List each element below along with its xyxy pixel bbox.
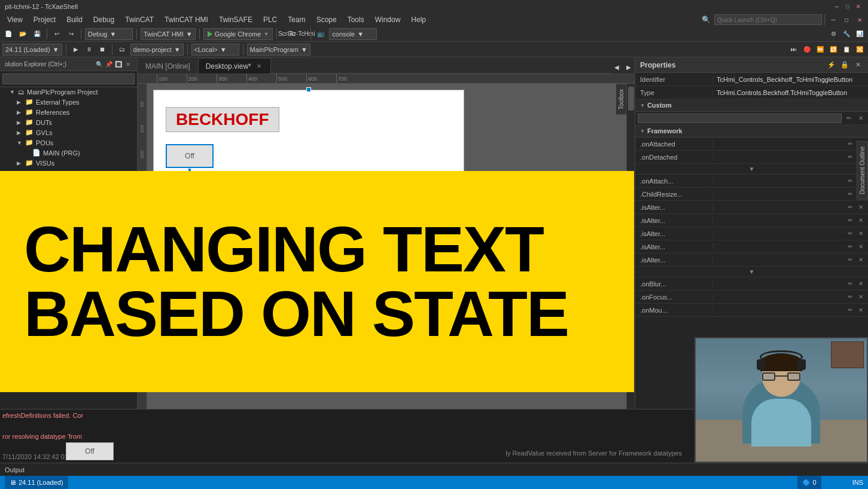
tree-item-main[interactable]: ▶ 📄 MAIN (PRG) (0, 148, 137, 158)
more-3-clear[interactable]: ✕ (856, 305, 866, 315)
more-2-edit[interactable]: ✏ (845, 292, 855, 302)
sidebar-pin-btn[interactable]: 📌 (105, 60, 113, 68)
access-1-edit[interactable]: ✏ (845, 176, 855, 186)
section-custom[interactable]: Custom (635, 99, 868, 112)
custom-edit-btn[interactable]: ✏ (844, 114, 854, 123)
close-ide-button[interactable]: ✕ (854, 14, 866, 26)
access-7-edit[interactable]: ✏ (845, 255, 855, 265)
custom-clear-btn[interactable]: ✕ (856, 114, 866, 123)
menu-view[interactable]: View (2, 14, 28, 25)
menu-twinsafe[interactable]: TwinSAFE (214, 14, 257, 25)
toolbar-extra-2[interactable]: 🔧 (840, 28, 852, 40)
tree-item-duts[interactable]: ▶ 📁 DUTs (0, 117, 137, 127)
access-3-edit[interactable]: ✏ (845, 203, 855, 212)
tab-desktop-view[interactable]: Desktop.view* ✕ (198, 58, 271, 74)
tree-item-pous[interactable]: ▼ 📁 POUs (0, 137, 137, 148)
toolbar2-btn-3[interactable]: ⏹ (96, 44, 108, 56)
config-dropdown[interactable]: Debug ▼ (85, 28, 133, 40)
access-5-clear[interactable]: ✕ (856, 229, 866, 239)
menu-scope[interactable]: Scope (312, 14, 342, 25)
access-4-clear[interactable]: ✕ (856, 216, 866, 225)
custom-search-input[interactable] (638, 114, 842, 123)
save-button[interactable]: 💾 (31, 28, 43, 40)
glasses-bridge (775, 375, 787, 377)
project-version-dropdown[interactable]: 24.11 (Loaded) ▼ (2, 44, 62, 56)
section-expand-more-2[interactable]: ▼ (635, 267, 868, 277)
close-button[interactable]: ✕ (854, 2, 863, 11)
toolbar2-right-2[interactable]: 🔴 (801, 44, 813, 56)
toolbar2-right-3[interactable]: ⏩ (814, 44, 826, 56)
toolbar-extra-3[interactable]: 📊 (854, 28, 866, 40)
access-6-edit[interactable]: ✏ (845, 242, 855, 252)
access-2-edit[interactable]: ✏ (845, 190, 855, 199)
prop-row-onattached: .onAttached ✏ ✕ (635, 137, 868, 151)
sidebar-search-btn[interactable]: 🔍 (95, 60, 103, 68)
sidebar-expand-btn[interactable]: 🔳 (114, 60, 123, 68)
menu-build[interactable]: Build (62, 14, 87, 25)
menu-window[interactable]: Window (370, 14, 406, 25)
demo-project-dropdown[interactable]: demo-project ▼ (130, 44, 184, 56)
open-file-button[interactable]: 📂 (17, 28, 29, 40)
maximize-button[interactable]: □ (843, 2, 852, 11)
menu-team[interactable]: Team (283, 14, 310, 25)
tree-item-mainplcprogram[interactable]: ▼ 🗂 MainPlcProgram Project (0, 87, 137, 97)
more-3-edit[interactable]: ✏ (845, 305, 855, 315)
scr-tchmi-button[interactable]: Scr-TcHmi (295, 28, 307, 40)
new-file-button[interactable]: 📄 (2, 28, 14, 40)
access-5-edit[interactable]: ✏ (845, 229, 855, 239)
redo-button[interactable]: ↪ (65, 28, 77, 40)
toggle-widget[interactable]: Off (166, 144, 214, 168)
tab-main-online[interactable]: MAIN [Online] (138, 58, 198, 74)
tree-item-external-types[interactable]: ▶ 📁 External Types (0, 97, 137, 107)
maximize-ide-button[interactable]: □ (840, 14, 852, 26)
minimize-ide-button[interactable]: ─ (827, 14, 839, 26)
tab-desktop-view-close[interactable]: ✕ (255, 62, 263, 71)
access-6-clear[interactable]: ✕ (856, 242, 866, 252)
rp-close[interactable]: ✕ (852, 60, 863, 71)
menu-twincat-hmi[interactable]: TwinCAT HMI (160, 14, 213, 25)
main-plc-dropdown[interactable]: MainPlcProgram ▼ (247, 44, 310, 56)
toolbox-side-tab[interactable]: Toolbox (616, 84, 626, 114)
minimize-button[interactable]: ─ (832, 2, 842, 11)
console-dropdown[interactable]: console ▼ (329, 28, 377, 40)
rp-icon-lock[interactable]: 🔒 (839, 60, 850, 71)
run-button[interactable]: Google Chrome ▼ (203, 28, 273, 40)
toolbar2-btn-1[interactable]: ▶ (70, 44, 82, 56)
section-framework[interactable]: Framework (635, 125, 868, 137)
menu-plc[interactable]: PLC (258, 14, 282, 25)
onattached-edit[interactable]: ✏ (845, 139, 855, 149)
access-7-clear[interactable]: ✕ (856, 255, 866, 265)
local-dropdown[interactable]: <Local> ▼ (191, 44, 239, 56)
document-outline-tab[interactable]: Document Outline (857, 141, 868, 200)
more-3-actions: ✏ ✕ (845, 305, 868, 315)
menu-project[interactable]: Project (29, 14, 60, 25)
tree-item-references[interactable]: ▶ 📁 References (0, 107, 137, 117)
more-1-clear[interactable]: ✕ (856, 279, 866, 289)
platform-dropdown[interactable]: TwinCAT HMI ▼ (141, 28, 196, 40)
ondetached-edit[interactable]: ✏ (845, 152, 855, 162)
tab-scroll-left[interactable]: ◀ (611, 61, 623, 73)
tab-scroll-right[interactable]: ▶ (623, 61, 635, 73)
tree-item-gvls[interactable]: ▶ 📁 GVLs (0, 127, 137, 137)
access-4-edit[interactable]: ✏ (845, 216, 855, 225)
rp-icon-1[interactable]: ⚡ (826, 60, 837, 71)
undo-button[interactable]: ↩ (51, 28, 63, 40)
menu-debug[interactable]: Debug (89, 14, 119, 25)
menu-twincat[interactable]: TwinCAT (120, 14, 159, 25)
sidebar-search-input[interactable] (2, 74, 135, 84)
toolbar2-right-5[interactable]: 📋 (840, 44, 852, 56)
framework-expand-more[interactable]: ▼ (635, 164, 868, 175)
sidebar-close-btn[interactable]: ✕ (124, 60, 132, 68)
quick-launch-input[interactable] (714, 14, 822, 25)
more-1-edit[interactable]: ✏ (845, 279, 855, 289)
menu-help[interactable]: Help (406, 14, 431, 25)
toolbar2-right-1[interactable]: ⏭ (788, 44, 800, 56)
access-3-clear[interactable]: ✕ (856, 203, 866, 212)
menu-tools[interactable]: Tools (343, 14, 369, 25)
tree-item-visus[interactable]: ▶ 📁 VISUs (0, 158, 137, 168)
toolbar2-right-4[interactable]: 🔁 (827, 44, 839, 56)
toolbar2-btn-2[interactable]: ⏸ (83, 44, 95, 56)
toolbar-extra-1[interactable]: ⚙ (827, 28, 839, 40)
toolbar2-right-6[interactable]: 🔀 (854, 44, 866, 56)
more-2-clear[interactable]: ✕ (856, 292, 866, 302)
